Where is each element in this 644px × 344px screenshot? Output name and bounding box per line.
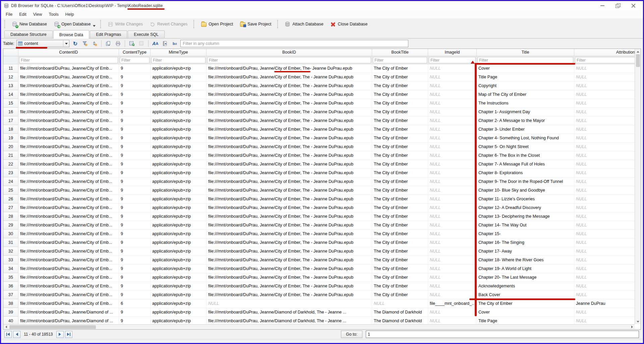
cell-ImageId[interactable]: NULL	[428, 230, 477, 238]
cell-BookTitle[interactable]: The City of Ember	[372, 186, 428, 195]
cell-BookTitle[interactable]: The City of Ember	[372, 117, 428, 125]
cell-ImageId[interactable]: NULL	[428, 169, 477, 177]
cell-ContentType[interactable]: 9	[119, 143, 151, 151]
cell-MimeType[interactable]: application/epub+zip	[151, 186, 207, 195]
row-number[interactable]: 22	[3, 160, 18, 168]
scroll-up-icon[interactable]	[635, 49, 641, 54]
cell-BookTitle[interactable]: The City of Ember	[372, 99, 428, 108]
cell-BookTitle[interactable]: The Diamond of Darkhold	[372, 308, 428, 317]
cell-BookID[interactable]: file:///mnt/onboard/DuPrau, Jeanne/City …	[207, 125, 372, 134]
cell-BookTitle[interactable]: The City of Ember	[372, 125, 428, 134]
cell-ContentType[interactable]: 9	[119, 204, 151, 212]
cell-BookTitle[interactable]: NULL	[372, 299, 428, 308]
cell-ImageId[interactable]: NULL	[428, 282, 477, 290]
cell-Title[interactable]: Chapter 2- A Message to the Mayor	[477, 117, 574, 125]
cell-ImageId[interactable]: NULL	[428, 256, 477, 264]
cell-ContentID[interactable]: file:///mnt/onboard/DuPrau, Jeanne/City …	[18, 282, 119, 290]
cell-ImageId[interactable]: NULL	[428, 247, 477, 256]
cell-Attribution[interactable]: NULL	[574, 212, 635, 221]
cell-ContentType[interactable]: 9	[119, 186, 151, 195]
row-number[interactable]: 35	[3, 273, 18, 282]
cell-Attribution[interactable]: NULL	[574, 143, 635, 151]
cell-ImageId[interactable]: NULL	[428, 195, 477, 203]
cell-ContentID[interactable]: file:///mnt/onboard/DuPrau, Jeanne/City …	[18, 299, 119, 308]
cell-Attribution[interactable]: NULL	[574, 73, 635, 81]
cell-BookID[interactable]: file:///mnt/onboard/DuPrau, Jeanne/City …	[207, 82, 372, 90]
cell-ImageId[interactable]: NULL	[428, 160, 477, 168]
cell-ContentType[interactable]: 9	[119, 221, 151, 229]
clear-sort-icon[interactable]	[91, 40, 99, 48]
cell-BookTitle[interactable]: The City of Ember	[372, 238, 428, 247]
cell-BookID[interactable]: file:///mnt/onboard/DuPrau, Jeanne/City …	[207, 169, 372, 177]
cell-Title[interactable]: Chapter 17- Away	[477, 247, 574, 256]
cell-BookID[interactable]: file:///mnt/onboard/DuPrau, Jeanne/City …	[207, 108, 372, 116]
cell-ContentType[interactable]: 9	[119, 230, 151, 238]
cell-BookID[interactable]: file:///mnt/onboard/DuPrau, Jeanne/City …	[207, 282, 372, 290]
row-number[interactable]: 26	[3, 195, 18, 203]
cell-Title[interactable]: Chapter 14- The Way Out	[477, 221, 574, 229]
cell-Title[interactable]: Chapter 4- Something Lost, Nothing Found	[477, 134, 574, 142]
filter-input-BookTitle[interactable]	[373, 57, 427, 63]
cell-BookID[interactable]: file:///mnt/onboard/DuPrau, Jeanne/Diamo…	[207, 317, 372, 324]
row-number[interactable]: 28	[3, 212, 18, 221]
column-header-ImageId[interactable]: ImageId	[428, 49, 477, 56]
delete-record-icon[interactable]	[137, 40, 145, 48]
cell-MimeType[interactable]: application/epub+zip	[151, 117, 207, 125]
menu-view[interactable]: View	[30, 11, 46, 18]
close-database-button[interactable]: Close Database	[327, 19, 371, 29]
row-number[interactable]: 16	[3, 108, 18, 116]
cell-Attribution[interactable]: NULL	[574, 160, 635, 168]
vertical-scrollbar[interactable]	[635, 49, 641, 324]
cell-ImageId[interactable]: NULL	[428, 125, 477, 134]
cell-ContentType[interactable]: 6	[119, 299, 151, 308]
cell-MimeType[interactable]: application/epub+zip	[151, 195, 207, 203]
cell-ImageId[interactable]: NULL	[428, 265, 477, 273]
cell-ImageId[interactable]: NULL	[428, 64, 477, 73]
cell-Attribution[interactable]: NULL	[574, 273, 635, 282]
cell-MimeType[interactable]: application/epub+zip	[151, 238, 207, 247]
font-icon[interactable]: AA	[151, 40, 159, 48]
row-number[interactable]: 36	[3, 282, 18, 290]
cell-Title[interactable]: Copyright	[477, 82, 574, 90]
column-header-BookID[interactable]: BookID	[207, 49, 372, 56]
cell-Title[interactable]: Chapter 7- A Message Full of Holes	[477, 160, 574, 168]
cell-BookTitle[interactable]: The City of Ember	[372, 282, 428, 290]
cell-ContentID[interactable]: file:///mnt/onboard/DuPrau, Jeanne/City …	[18, 221, 119, 229]
cell-Title[interactable]: Chapter 16- The Singing	[477, 238, 574, 247]
cell-BookTitle[interactable]: The City of Ember	[372, 143, 428, 151]
scroll-right-icon[interactable]	[629, 325, 635, 330]
cell-BookTitle[interactable]: The City of Ember	[372, 108, 428, 116]
row-number[interactable]: 29	[3, 221, 18, 229]
column-header-MimeType[interactable]: MimeType	[151, 49, 207, 56]
print-icon[interactable]	[114, 40, 122, 48]
row-number[interactable]: 13	[3, 82, 18, 90]
cell-BookID[interactable]: NULL	[207, 299, 372, 308]
row-number[interactable]: 12	[3, 73, 18, 81]
cell-ImageId[interactable]: NULL	[428, 317, 477, 324]
cell-BookID[interactable]: file:///mnt/onboard/DuPrau, Jeanne/City …	[207, 256, 372, 264]
cell-MimeType[interactable]: application/epub+zip	[151, 308, 207, 317]
cell-MimeType[interactable]: application/epub+zip	[151, 204, 207, 212]
cell-Title[interactable]: Title Page	[477, 73, 574, 81]
cell-ContentID[interactable]: file:///mnt/onboard/DuPrau, Jeanne/City …	[18, 151, 119, 160]
row-number[interactable]: 17	[3, 117, 18, 125]
cell-ImageId[interactable]: NULL	[428, 134, 477, 142]
cell-ContentID[interactable]: file:///mnt/onboard/DuPrau, Jeanne/City …	[18, 178, 119, 186]
cell-Title[interactable]: Chapter 3- Under Ember	[477, 125, 574, 134]
cell-Attribution[interactable]: NULL	[574, 282, 635, 290]
cell-MimeType[interactable]: application/epub+zip	[151, 64, 207, 73]
row-number[interactable]: 33	[3, 256, 18, 264]
horizontal-scroll-thumb[interactable]	[9, 325, 96, 329]
open-database-button[interactable]: ➜ Open Database	[50, 19, 94, 29]
row-number[interactable]: 19	[3, 134, 18, 142]
cell-ContentID[interactable]: file:///mnt/onboard/DuPrau, Jeanne/City …	[18, 265, 119, 273]
cell-BookID[interactable]: file:///mnt/onboard/DuPrau, Jeanne/City …	[207, 247, 372, 256]
cell-Attribution[interactable]: NULL	[574, 291, 635, 299]
attach-database-button[interactable]: Attach Database	[281, 19, 327, 29]
cell-ContentID[interactable]: file:///mnt/onboard/DuPrau, Jeanne/City …	[18, 169, 119, 177]
cell-ContentType[interactable]: 9	[119, 99, 151, 108]
cell-ImageId[interactable]: NULL	[428, 308, 477, 317]
cell-Title[interactable]: Chapter 20- The Last Message	[477, 273, 574, 282]
row-number[interactable]: 38	[3, 299, 18, 308]
goto-button[interactable]: Go to:	[341, 331, 362, 338]
